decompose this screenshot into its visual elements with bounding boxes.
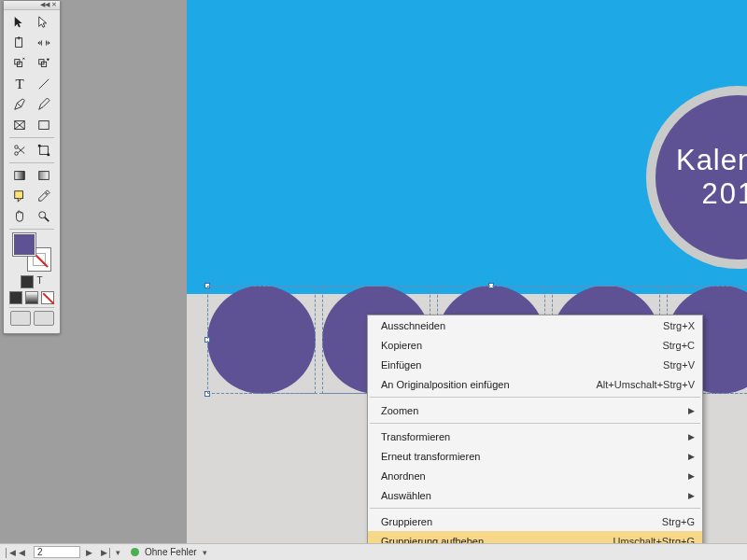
context-menu-separator [370,397,700,398]
formatting-text-icon[interactable]: T [36,275,42,288]
svg-point-18 [39,212,46,218]
context-menu: AusschneidenStrg+XKopierenStrg+CEinfügen… [367,315,703,552]
svg-line-5 [39,79,49,90]
page-dropdown-icon[interactable]: ▾ [116,548,125,557]
svg-rect-17 [15,191,23,199]
context-menu-label: Einfügen [381,359,663,371]
context-menu-item[interactable]: Zoomen▶ [368,400,702,420]
line-tool[interactable] [33,75,55,93]
context-menu-label: Transformieren [381,431,685,442]
submenu-arrow-icon: ▶ [685,491,695,500]
svg-rect-16 [39,172,49,180]
page-tool[interactable] [8,34,31,52]
context-menu-item[interactable]: KopierenStrg+C [368,335,702,355]
normal-view-button[interactable] [10,311,31,326]
selection-tool[interactable] [8,13,31,32]
preview-view-button[interactable] [34,311,54,326]
context-menu-item[interactable]: Auswählen▶ [368,485,702,505]
pen-tool[interactable] [8,95,31,114]
scissors-tool[interactable] [8,141,31,160]
apply-color-button[interactable] [21,275,34,288]
toolbox-header[interactable]: ◀◀ ✕ [4,1,60,10]
context-menu-label: Ausschneiden [381,320,663,331]
hand-tool[interactable] [8,207,31,226]
note-tool[interactable] [8,187,31,205]
context-menu-shortcut: Strg+G [662,516,695,527]
context-menu-shortcut: Strg+X [663,320,695,331]
gradient-feather-tool[interactable] [33,166,55,185]
last-page-button[interactable]: ▶│ [101,548,110,557]
free-transform-tool[interactable] [33,141,55,160]
context-menu-item[interactable]: GruppierenStrg+G [368,511,702,531]
small-circle [207,286,316,394]
context-menu-label: Kopieren [381,340,662,351]
svg-line-19 [45,217,49,221]
context-menu-separator [370,423,700,424]
toolbox-panel: ◀◀ ✕ T [3,0,61,334]
status-bar: │◀ ◀ 2 ▶ ▶│ ▾ Ohne Fehler ▾ [0,543,747,560]
next-page-button[interactable]: ▶ [86,548,95,557]
context-menu-label: Erneut transformieren [381,451,685,462]
context-menu-shortcut: Strg+V [663,359,695,371]
context-menu-item[interactable]: An Originalposition einfügenAlt+Umschalt… [368,374,702,394]
submenu-arrow-icon: ▶ [685,432,695,441]
context-menu-item[interactable]: AusschneidenStrg+X [368,315,702,335]
preflight-dropdown-icon[interactable]: ▾ [203,548,212,557]
svg-rect-14 [48,154,50,157]
context-menu-label: Zoomen [381,405,685,416]
context-menu-label: Auswählen [381,490,685,501]
prev-page-button[interactable]: ◀ [19,548,28,557]
context-menu-item[interactable]: Erneut transformieren▶ [368,446,702,466]
first-page-button[interactable]: │◀ [4,548,13,557]
page-number-field[interactable]: 2 [34,546,80,558]
context-menu-shortcut: Strg+C [662,340,695,351]
svg-rect-9 [39,121,49,130]
context-menu-shortcut: Alt+Umschalt+Strg+V [597,379,695,390]
fill-stroke-swatch[interactable] [12,232,51,272]
svg-rect-12 [40,147,49,155]
context-menu-item[interactable]: Anordnen▶ [368,466,702,485]
gradient-swatch-tool[interactable] [8,166,31,185]
context-menu-label: Anordnen [381,470,685,482]
context-menu-item[interactable]: EinfügenStrg+V [368,355,702,374]
none-color-button[interactable] [41,291,54,304]
direct-selection-tool[interactable] [33,13,55,32]
submenu-arrow-icon: ▶ [685,471,695,481]
svg-point-11 [15,146,19,149]
context-menu-separator [370,508,700,509]
gradient-button[interactable] [25,291,38,304]
type-tool[interactable]: T [8,75,31,93]
preflight-status-icon [131,548,139,556]
eyedropper-tool[interactable] [33,187,55,205]
title-circle: Kalender 2013 [655,95,747,259]
calendar-title-line1: Kalender [676,144,747,177]
toolbox-body: T [4,10,60,333]
gap-tool[interactable] [33,34,55,52]
calendar-title-line2: 2013 [702,177,747,211]
solid-color-button[interactable] [9,291,22,304]
svg-rect-15 [15,172,25,180]
submenu-arrow-icon: ▶ [685,406,695,415]
zoom-tool[interactable] [33,207,55,226]
svg-point-10 [15,152,19,156]
content-collector-tool[interactable] [8,54,31,73]
context-menu-label: Gruppieren [381,516,662,527]
content-placer-tool[interactable] [33,54,55,73]
rectangle-frame-tool[interactable] [8,116,31,134]
preflight-status-label: Ohne Fehler [145,547,197,557]
submenu-arrow-icon: ▶ [685,452,695,461]
context-menu-item[interactable]: Transformieren▶ [368,427,702,446]
pencil-tool[interactable] [33,95,55,114]
svg-rect-13 [38,145,41,147]
rectangle-tool[interactable] [33,116,55,134]
context-menu-label: An Originalposition einfügen [381,379,597,390]
